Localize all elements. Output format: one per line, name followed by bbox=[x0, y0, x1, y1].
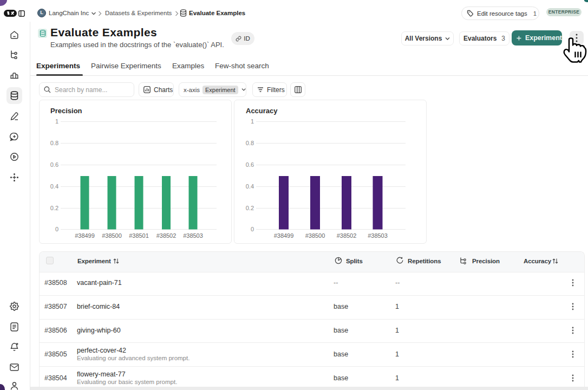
svg-text:0.8: 0.8 bbox=[50, 140, 58, 146]
svg-text:#38501: #38501 bbox=[129, 232, 149, 239]
svg-text:0.4: 0.4 bbox=[50, 183, 58, 190]
svg-text:0.4: 0.4 bbox=[246, 183, 254, 190]
svg-text:#38499: #38499 bbox=[75, 232, 95, 239]
svg-text:#38500: #38500 bbox=[305, 232, 325, 239]
svg-text:#38499: #38499 bbox=[274, 232, 294, 239]
svg-text:1: 1 bbox=[55, 118, 58, 125]
svg-text:#38500: #38500 bbox=[102, 232, 122, 239]
svg-text:0.2: 0.2 bbox=[246, 205, 254, 211]
svg-text:0.6: 0.6 bbox=[50, 161, 58, 168]
svg-text:0.8: 0.8 bbox=[246, 140, 254, 146]
svg-text:#38502: #38502 bbox=[156, 232, 177, 239]
svg-text:0: 0 bbox=[251, 226, 254, 232]
svg-text:#38502: #38502 bbox=[337, 232, 357, 239]
svg-text:1: 1 bbox=[251, 118, 254, 125]
svg-text:#38503: #38503 bbox=[368, 232, 388, 239]
svg-text:0.2: 0.2 bbox=[50, 205, 58, 211]
svg-text:0: 0 bbox=[55, 226, 58, 232]
svg-text:0.6: 0.6 bbox=[246, 161, 254, 168]
svg-text:#38503: #38503 bbox=[183, 232, 203, 239]
